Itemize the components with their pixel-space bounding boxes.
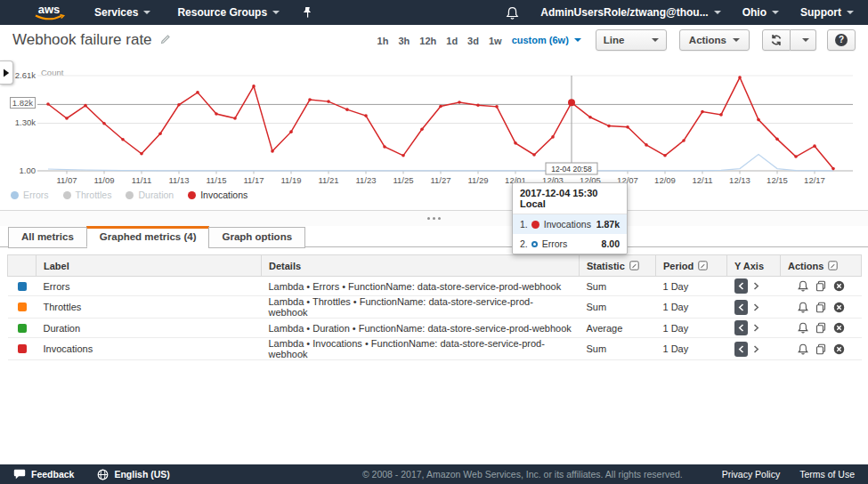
metric-color-swatch[interactable] [18,324,27,333]
statistic-column-header[interactable]: Statistic [580,255,656,277]
pin-icon[interactable] [303,6,312,19]
y-axis-left-button[interactable] [734,342,748,357]
legend-item-invocations[interactable]: Invocations [188,190,247,200]
invocations-point [532,153,536,157]
metric-statistic[interactable]: Sum [580,277,656,296]
resource-groups-menu[interactable]: Resource Groups [177,6,280,19]
remove-metric-button[interactable] [833,280,845,292]
duplicate-metric-button[interactable] [815,343,826,355]
language-selector[interactable]: English (US) [97,469,169,480]
terms-of-use-link[interactable]: Terms of Use [799,469,855,480]
user-menu[interactable]: AdminUsersRole/ztwang@thou... [540,6,720,19]
range-button-1h[interactable]: 1h [377,36,389,46]
custom-range-button[interactable]: custom (6w) [512,35,581,45]
invocations-point [794,155,798,158]
y-axis-right-button[interactable] [753,324,759,332]
legend-item-errors[interactable]: Errors [11,190,49,200]
metric-period[interactable]: 1 Day [656,277,727,296]
metric-period[interactable]: 1 Day [656,296,727,319]
label-column-header[interactable]: Label [37,255,262,277]
invocations-point [607,125,611,128]
range-button-3d[interactable]: 3d [467,36,479,46]
invocations-point [738,76,742,79]
tab-graph-options[interactable]: Graph options [208,227,305,248]
metric-statistic[interactable]: Average [580,319,656,338]
metrics-chart[interactable]: Count 2.61k 1.82k 1.30k 1.00 11/0711/091… [0,55,868,210]
y-axis-right-button[interactable] [753,345,759,353]
y-axis-left-button[interactable] [734,320,748,335]
tab-graphed-metrics-4-[interactable]: Graphed metrics (4) [86,226,210,247]
invocations-point [645,143,648,147]
y-axis-left-button[interactable] [734,278,748,294]
duplicate-metric-button[interactable] [815,322,826,334]
graph-type-select[interactable]: Line [596,29,667,51]
metric-color-swatch[interactable] [18,282,27,291]
metric-color-swatch[interactable] [18,344,27,353]
duplicate-icon [815,302,826,313]
notifications-bell-icon[interactable] [506,6,519,20]
range-button-12h[interactable]: 12h [419,36,436,46]
sidebar-expand-tab[interactable] [0,60,13,85]
metric-label[interactable]: Duration [37,319,262,338]
y-axis-left-button[interactable] [734,300,748,315]
x-tick-label: 12/09 [654,175,676,185]
invocations-point [252,85,256,88]
help-icon: ? [835,34,848,46]
metrics-tabs: All metricsGraphed metrics (4)Graph opti… [0,226,868,247]
metric-statistic[interactable]: Sum [580,296,656,319]
actions-column-header[interactable]: Actions [781,255,862,277]
aws-logo[interactable]: aws [30,2,68,23]
legend-item-throttles[interactable]: Throttles [63,190,112,200]
range-button-1d[interactable]: 1d [446,36,458,46]
tab-all-metrics[interactable]: All metrics [8,227,87,248]
metric-period[interactable]: 1 Day [656,319,727,338]
create-alarm-button[interactable] [798,343,808,355]
metric-color-swatch[interactable] [18,302,27,311]
chevron-down-icon [272,11,280,14]
metric-row-duration: DurationLambda • Duration • FunctionName… [8,319,862,338]
remove-metric-button[interactable] [833,322,845,334]
refresh-options-button[interactable] [791,29,816,51]
services-menu[interactable]: Services [94,6,150,19]
metrics-table: Label Details Statistic Period Y Axis Ac… [7,254,862,360]
invocations-point [65,117,69,120]
feedback-button[interactable]: Feedback [13,469,74,480]
edit-title-pencil-icon[interactable] [160,32,172,48]
remove-metric-button[interactable] [833,343,845,355]
chevron-down-icon [574,38,581,42]
metric-statistic[interactable]: Sum [580,338,656,360]
help-button[interactable]: ? [827,29,856,51]
create-alarm-button[interactable] [798,302,808,313]
details-column-header[interactable]: Details [262,255,580,277]
metric-period[interactable]: 1 Day [656,338,727,360]
edit-column-icon[interactable] [698,261,708,270]
edit-column-icon[interactable] [828,261,838,270]
create-alarm-button[interactable] [798,280,808,292]
support-menu[interactable]: Support [800,6,854,19]
range-button-3h[interactable]: 3h [398,36,410,46]
range-button-1w[interactable]: 1w [489,36,502,46]
y-axis-right-button[interactable] [753,303,759,311]
line-chart-plot[interactable]: 11/0711/0911/1111/1311/1511/1711/1911/21… [0,55,868,210]
actions-button[interactable]: Actions [679,29,750,51]
duplicate-metric-button[interactable] [815,280,826,292]
y-axis-right-button[interactable] [753,282,759,290]
legend-item-duration[interactable]: Duration [126,190,174,200]
region-menu[interactable]: Ohio [742,6,779,19]
panel-resize-handle[interactable] [0,210,868,226]
period-column-header[interactable]: Period [656,255,727,277]
metric-label[interactable]: Invocations [37,338,262,360]
x-tick-label: 11/11 [132,175,151,185]
metric-label[interactable]: Errors [37,277,262,296]
edit-column-icon[interactable] [629,261,639,270]
metric-label[interactable]: Throttles [37,296,262,319]
invocations-point [215,112,218,116]
create-alarm-button[interactable] [798,322,808,334]
chevron-down-icon [143,11,150,14]
refresh-button[interactable] [762,29,791,51]
x-tick-label: 11/09 [93,175,114,185]
privacy-policy-link[interactable]: Privacy Policy [722,469,780,480]
chart-tooltip: 2017-12-04 15:30 Local 1.Invocations1.87… [512,182,628,254]
remove-metric-button[interactable] [833,302,845,313]
duplicate-metric-button[interactable] [815,302,826,313]
